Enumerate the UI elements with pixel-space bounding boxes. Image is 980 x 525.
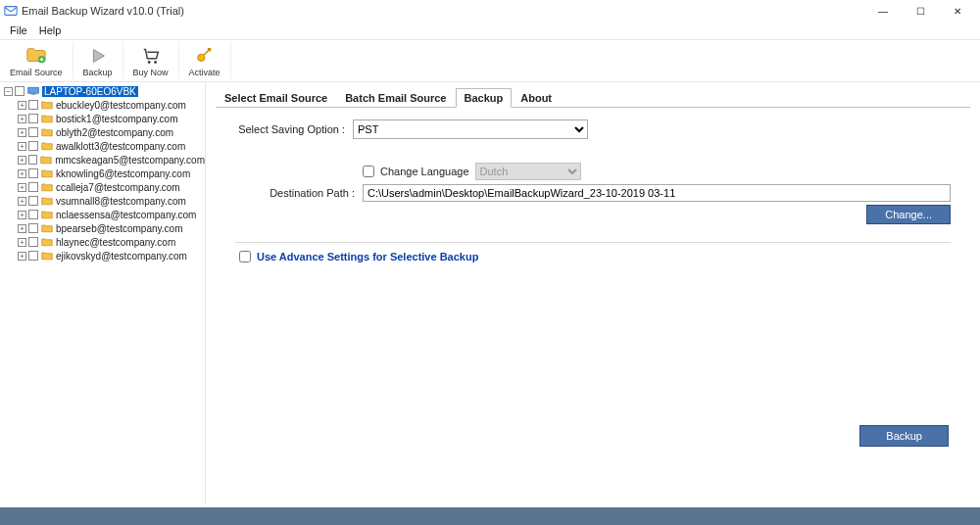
tree-item-label: oblyth2@testcompany.com (56, 127, 173, 138)
title-bar: Email Backup Wizard v10.0 (Trial) — ☐ ✕ (0, 0, 980, 22)
saving-option-label: Select Saving Option : (235, 123, 353, 135)
tree-item[interactable]: +bpearseb@testcompany.com (0, 221, 205, 235)
destination-path-input[interactable] (363, 184, 951, 202)
toolbar-buy-now-label: Buy Now (133, 68, 169, 77)
tree-item-label: nclaessensa@testcompany.com (56, 210, 196, 220)
checkbox[interactable] (28, 196, 38, 206)
tree-item[interactable]: +vsumnall8@testcompany.com (0, 194, 205, 208)
folder-icon (41, 210, 53, 219)
tree-item-label: bpearseb@testcompany.com (56, 223, 182, 234)
tree-item-label: ebuckley0@testcompany.com (56, 100, 186, 111)
tree-item[interactable]: +ejikovskyd@testcompany.com (0, 249, 205, 262)
checkbox[interactable] (28, 141, 38, 151)
checkbox[interactable] (28, 182, 38, 192)
expand-icon[interactable]: + (18, 197, 26, 206)
checkbox[interactable] (28, 168, 38, 178)
expand-icon[interactable]: + (18, 211, 26, 219)
menu-file[interactable]: File (4, 24, 33, 36)
tab-backup[interactable]: Backup (456, 88, 513, 108)
tree-root[interactable]: − LAPTOP-60EO6VBK (0, 84, 205, 98)
change-language-checkbox[interactable] (363, 166, 374, 177)
expand-icon[interactable]: + (18, 169, 26, 178)
tree-item[interactable]: +bostick1@testcompany.com (0, 112, 205, 125)
expand-icon[interactable]: + (18, 156, 26, 165)
backup-form: Select Saving Option : PST Change Langua… (216, 108, 970, 262)
svg-point-3 (154, 61, 157, 64)
tree-item[interactable]: +awalklott3@testcompany.com (0, 139, 205, 153)
minimize-button[interactable]: — (864, 0, 902, 22)
tab-select-email-source[interactable]: Select Email Source (216, 88, 336, 107)
folder-icon (41, 196, 53, 206)
expand-icon[interactable]: + (18, 238, 26, 247)
tab-batch-email-source[interactable]: Batch Email Source (336, 88, 455, 107)
folder-icon (41, 141, 53, 151)
collapse-icon[interactable]: − (4, 87, 13, 96)
backup-button[interactable]: Backup (859, 425, 949, 447)
svg-rect-0 (5, 7, 17, 16)
folder-icon (41, 251, 53, 261)
svg-point-2 (147, 61, 150, 64)
advance-settings-checkbox[interactable] (239, 251, 251, 262)
tree-item[interactable]: +hlaynec@testcompany.com (0, 235, 205, 249)
maximize-button[interactable]: ☐ (902, 0, 939, 22)
checkbox[interactable] (28, 127, 38, 137)
tree-item-label: awalklott3@testcompany.com (56, 141, 185, 152)
svg-point-4 (197, 54, 204, 61)
tree-item-label: mmcskeagan5@testcompany.com (55, 155, 205, 166)
tree-item-label: hlaynec@testcompany.com (56, 237, 175, 248)
toolbar: Email Source Backup Buy Now Activate (0, 39, 980, 82)
tree-item-label: ejikovskyd@testcompany.com (56, 251, 187, 262)
tree-item[interactable]: +ccalleja7@testcompany.com (0, 180, 205, 194)
change-language-label: Change Language (380, 166, 469, 177)
sidebar-tree: − LAPTOP-60EO6VBK +ebuckley0@testcompany… (0, 82, 206, 505)
toolbar-email-source[interactable]: Email Source (0, 42, 74, 79)
folder-icon (41, 237, 53, 247)
toolbar-buy-now[interactable]: Buy Now (123, 42, 179, 79)
toolbar-activate-label: Activate (189, 68, 220, 77)
tree-item-label: vsumnall8@testcompany.com (56, 196, 186, 207)
expand-icon[interactable]: + (18, 101, 26, 110)
tree-item[interactable]: +kknowling6@testcompany.com (0, 167, 205, 180)
folder-icon (41, 114, 53, 123)
advance-settings-label: Use Advance Settings for Selective Backu… (257, 251, 478, 262)
app-icon (4, 4, 18, 18)
expand-icon[interactable]: + (18, 142, 26, 151)
folder-icon (41, 127, 53, 137)
checkbox[interactable] (28, 251, 38, 261)
checkbox[interactable] (28, 155, 38, 165)
checkbox[interactable] (28, 100, 38, 110)
language-select[interactable]: Dutch (475, 163, 581, 180)
destination-path-label: Destination Path : (235, 187, 363, 199)
checkbox[interactable] (28, 210, 38, 219)
cart-icon (133, 44, 169, 68)
toolbar-activate[interactable]: Activate (179, 42, 231, 79)
checkbox[interactable] (28, 237, 38, 247)
expand-icon[interactable]: + (18, 183, 26, 192)
expand-icon[interactable]: + (18, 252, 26, 261)
toolbar-email-source-label: Email Source (10, 68, 63, 77)
toolbar-backup-label: Backup (83, 68, 113, 77)
tab-about[interactable]: About (512, 88, 561, 107)
checkbox[interactable] (15, 86, 24, 96)
expand-icon[interactable]: + (18, 224, 26, 233)
svg-rect-5 (28, 87, 39, 93)
checkbox[interactable] (28, 223, 38, 233)
key-icon (189, 44, 220, 68)
divider (235, 242, 951, 243)
menu-help[interactable]: Help (33, 24, 68, 36)
close-button[interactable]: ✕ (939, 0, 976, 22)
tree-item[interactable]: +oblyth2@testcompany.com (0, 125, 205, 139)
expand-icon[interactable]: + (18, 115, 26, 123)
folder-icon (41, 168, 53, 178)
expand-icon[interactable]: + (18, 128, 26, 137)
change-button[interactable]: Change... (866, 205, 951, 224)
checkbox[interactable] (28, 114, 38, 123)
saving-option-select[interactable]: PST (353, 119, 588, 139)
folder-icon (41, 100, 53, 110)
menu-bar: File Help (0, 22, 980, 39)
tree-item[interactable]: +mmcskeagan5@testcompany.com (0, 153, 205, 167)
tree-item[interactable]: +ebuckley0@testcompany.com (0, 98, 205, 112)
toolbar-backup[interactable]: Backup (74, 42, 123, 79)
window-title: Email Backup Wizard v10.0 (Trial) (22, 5, 184, 17)
tree-item[interactable]: +nclaessensa@testcompany.com (0, 208, 205, 221)
